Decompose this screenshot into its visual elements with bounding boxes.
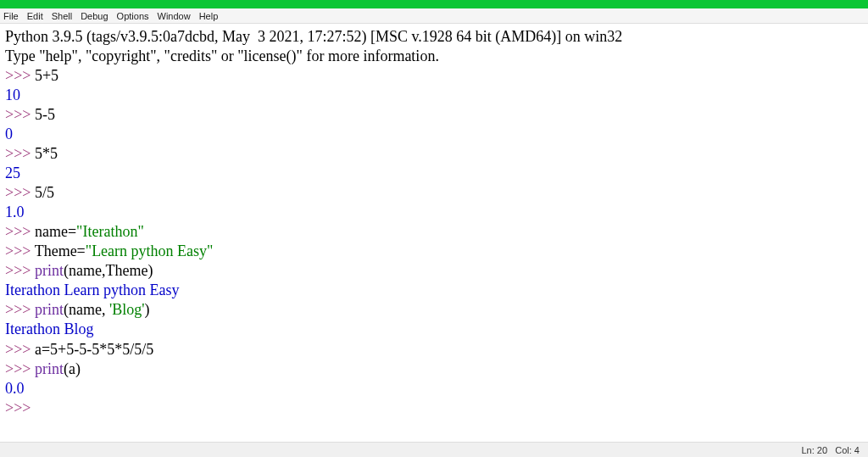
prompt: >>> — [5, 145, 31, 162]
builtin-call: print — [35, 301, 64, 318]
string-literal: 'Blog' — [109, 301, 145, 318]
code: (a) — [64, 360, 81, 377]
code: (name,Theme) — [64, 262, 153, 279]
code: (name, — [64, 301, 109, 318]
menu-window[interactable]: Window — [158, 11, 191, 21]
menu-debug[interactable]: Debug — [81, 11, 108, 21]
input-line: >>> Theme="Learn python Easy" — [5, 242, 863, 261]
banner-line: Python 3.9.5 (tags/v3.9.5:0a7dcbd, May 3… — [5, 27, 863, 47]
status-col: Col: 4 — [835, 445, 860, 455]
input-line: >>> 5/5 — [5, 183, 863, 203]
input-line: >>> 5+5 — [5, 66, 863, 86]
statusbar: Ln: 20 Col: 4 — [0, 442, 868, 457]
output-line: 10 — [5, 86, 863, 105]
prompt: >>> — [5, 106, 31, 123]
prompt: >>> — [5, 399, 31, 416]
output-line: Iterathon Blog — [5, 320, 863, 339]
code: 5*5 — [31, 145, 58, 162]
window-titlebar — [0, 0, 868, 8]
menu-help[interactable]: Help — [199, 11, 219, 21]
prompt: >>> — [5, 184, 31, 201]
cursor[interactable] — [31, 399, 35, 416]
prompt: >>> — [5, 223, 31, 240]
input-line[interactable]: >>> — [5, 398, 863, 418]
input-line: >>> 5-5 — [5, 105, 863, 125]
code: 5-5 — [31, 106, 55, 123]
banner-line: Type "help", "copyright", "credits" or "… — [5, 47, 863, 66]
prompt: >>> — [5, 360, 31, 377]
output-line: 0.0 — [5, 379, 863, 398]
output-line: Iterathon Learn python Easy — [5, 281, 863, 300]
menu-edit[interactable]: Edit — [27, 11, 43, 21]
code: 5+5 — [31, 67, 58, 84]
string-literal: "Iterathon" — [76, 223, 144, 240]
code: name= — [31, 223, 76, 240]
input-line: >>> a=5+5-5-5*5*5/5/5 — [5, 340, 863, 359]
code: 5/5 — [31, 184, 54, 201]
prompt: >>> — [5, 242, 31, 259]
menu-file[interactable]: File — [3, 11, 19, 21]
prompt: >>> — [5, 341, 31, 358]
code: a=5+5-5-5*5*5/5/5 — [31, 341, 153, 358]
code: Theme= — [31, 242, 85, 259]
string-literal: "Learn python Easy" — [86, 242, 214, 259]
prompt: >>> — [5, 301, 31, 318]
output-line: 1.0 — [5, 203, 863, 222]
builtin-call: print — [35, 262, 64, 279]
code: ) — [144, 301, 149, 318]
output-line: 0 — [5, 125, 863, 144]
status-ln: Ln: 20 — [801, 445, 827, 455]
menu-options[interactable]: Options — [117, 11, 149, 21]
menu-shell[interactable]: Shell — [52, 11, 72, 21]
menubar: File Edit Shell Debug Options Window Hel… — [0, 8, 868, 24]
input-line: >>> print(a) — [5, 359, 863, 379]
input-line: >>> 5*5 — [5, 144, 863, 164]
shell-output[interactable]: Python 3.9.5 (tags/v3.9.5:0a7dcbd, May 3… — [0, 24, 868, 439]
prompt: >>> — [5, 262, 31, 279]
prompt: >>> — [5, 67, 31, 84]
input-line: >>> name="Iterathon" — [5, 222, 863, 242]
input-line: >>> print(name, 'Blog') — [5, 300, 863, 320]
input-line: >>> print(name,Theme) — [5, 261, 863, 281]
builtin-call: print — [35, 360, 64, 377]
output-line: 25 — [5, 164, 863, 183]
